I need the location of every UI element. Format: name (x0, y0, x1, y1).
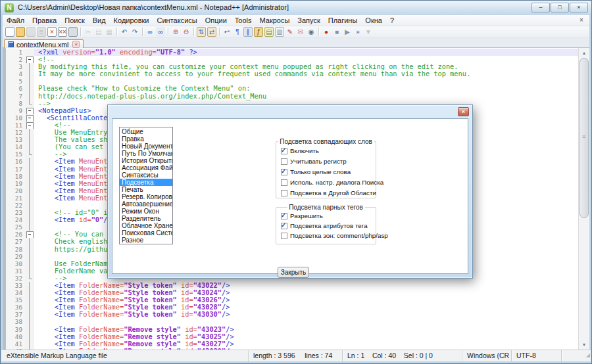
menu-item-7[interactable]: Опции (201, 15, 231, 26)
toolbar-function-list-icon[interactable]: ƒ (254, 27, 263, 37)
menu-item-3[interactable]: Поиск (61, 15, 88, 26)
checkbox-row[interactable]: Включить (281, 147, 376, 154)
checkbox[interactable] (281, 223, 287, 229)
toolbar-close-file-icon[interactable]: × (47, 27, 57, 37)
toolbar-print-icon[interactable] (68, 27, 78, 37)
checkbox[interactable] (281, 233, 287, 239)
prefs-category-item-10[interactable]: Резерв. Копирование (120, 193, 172, 200)
dialog-close-button[interactable]: × (458, 107, 469, 116)
document-close-icon[interactable]: × (576, 16, 587, 25)
scrollbar-thumb[interactable] (580, 58, 589, 218)
toolbar-play-macro-icon[interactable]: ▶ (343, 27, 352, 37)
code-text[interactable]: <Item FolderName="Style token" id="43030… (34, 311, 578, 318)
prefs-category-item-6[interactable]: Ассоциация Файлов (120, 164, 172, 171)
checkbox-row[interactable]: Учитывать регистр (281, 158, 376, 165)
toolbar-edit-pencil-icon[interactable]: ✎ (285, 27, 295, 37)
toolbar-save-all-icon[interactable]: ≡ (37, 27, 46, 37)
fold-collapse-icon[interactable] (25, 231, 34, 238)
toolbar-word-wrap-icon[interactable]: ↩ (222, 27, 232, 37)
prefs-category-item-13[interactable]: Разделитель (120, 215, 172, 222)
toolbar-cut-icon[interactable]: ✂ (84, 27, 93, 37)
checkbox-row[interactable]: Подсветка в Другой Области (281, 189, 376, 196)
resize-grip-icon[interactable]: ◢ (586, 350, 590, 361)
minimize-button[interactable]: – (531, 3, 550, 12)
menu-item-1[interactable]: Файл (3, 15, 28, 26)
menu-item-2[interactable]: Правка (28, 15, 61, 26)
checkbox[interactable] (281, 179, 287, 186)
toolbar-indent-guide-icon[interactable]: ∥ (243, 27, 253, 37)
close-button[interactable]: × (570, 3, 588, 12)
status-encoding[interactable]: UTF-8 (511, 350, 561, 361)
prefs-category-item-9[interactable]: Печать (120, 186, 172, 193)
menu-item-11[interactable]: Плагины (324, 15, 362, 26)
checkbox-row[interactable]: Подсветка атрибутов тега (281, 222, 376, 229)
checkbox-row[interactable]: Только целые слова (281, 168, 376, 175)
prefs-category-item-1[interactable]: Общие (120, 128, 172, 135)
menu-item-13[interactable]: ? (386, 15, 398, 26)
toolbar-doc-switcher-icon[interactable]: ▥ (275, 27, 284, 37)
toolbar-paste-icon[interactable]: ▦ (105, 27, 114, 37)
toolbar-save-macro-icon[interactable]: ▼ (364, 27, 373, 37)
fold-collapse-icon[interactable] (25, 114, 34, 122)
fold-collapse-icon[interactable] (25, 122, 34, 129)
fold-collapse-icon[interactable] (25, 107, 34, 114)
menu-item-12[interactable]: Окна (361, 15, 386, 26)
toolbar-copy-icon[interactable]: ▤ (94, 27, 103, 37)
prefs-category-item-8[interactable]: Подсветка (120, 179, 172, 186)
menu-item-9[interactable]: Макросы (255, 15, 293, 26)
toolbar-show-all-chars-icon[interactable]: ¶ (233, 27, 242, 37)
prefs-category-item-5[interactable]: История Открытия (120, 157, 172, 164)
dialog-title-bar[interactable]: × (108, 105, 472, 118)
vertical-scrollbar[interactable]: ▲ ▼ (578, 48, 589, 350)
toolbar-sync-h-scroll-icon[interactable]: ⇄ (207, 27, 216, 37)
maximize-button[interactable]: □ (551, 3, 569, 12)
prefs-category-item-3[interactable]: Новый Документ (120, 143, 172, 150)
editor-line-4[interactable]: 4It may be more convinient to access to … (3, 70, 578, 78)
code-text[interactable]: http://docs.notepad-plus-plus.org/index.… (34, 93, 578, 100)
tab-contextmenu-xml[interactable]: contextMenu.xml × (4, 39, 84, 49)
tab-close-icon[interactable]: × (72, 41, 80, 48)
checkbox-row[interactable]: Подсветка зон: comment/php/asp (281, 232, 376, 239)
toolbar-mail-icon[interactable]: ✉ (296, 27, 305, 37)
prefs-category-item-2[interactable]: Правка (120, 135, 172, 143)
checkbox[interactable] (281, 213, 287, 219)
toolbar-new-file-icon[interactable] (5, 27, 14, 37)
toolbar-stop-macro-icon[interactable]: ■ (332, 27, 341, 37)
code-text[interactable]: It may be more convinient to access to y… (34, 70, 578, 78)
toolbar-find-icon[interactable]: ∞ (145, 27, 155, 37)
toolbar-zoom-in-icon[interactable]: ⊕ (171, 27, 180, 37)
toolbar-sync-v-scroll-icon[interactable]: ⇅ (197, 27, 206, 37)
prefs-category-list[interactable]: ОбщиеПравкаНовый ДокументПуть По Умолчан… (119, 127, 173, 244)
close-dialog-button[interactable]: Закрыть (278, 267, 309, 278)
code-text[interactable]: <?xml version="1.0" encoding="UTF-8" ?> (34, 49, 578, 56)
toolbar-open-folder-icon[interactable] (16, 27, 25, 37)
fold-collapse-icon[interactable] (25, 56, 34, 63)
bookmark-margin[interactable] (3, 48, 6, 350)
checkbox-row[interactable]: Разрешить (281, 212, 376, 219)
prefs-category-item-15[interactable]: Поисковая Система (120, 229, 172, 237)
editor-line-37[interactable]: 37 <Item FolderName="Style token" id="43… (3, 311, 578, 318)
scroll-up-icon[interactable]: ▲ (579, 48, 589, 58)
prefs-category-item-4[interactable]: Путь По Умолчанию (120, 150, 172, 157)
prefs-category-item-14[interactable]: Облачное Хранение (120, 222, 172, 229)
title-bar[interactable]: N C:\Users\Admin\Desktop\Новая папка\con… (1, 1, 591, 15)
toolbar-monitoring-eye-icon[interactable]: ◉ (307, 27, 316, 37)
menu-item-4[interactable]: Вид (89, 15, 110, 26)
menu-item-8[interactable]: Tools (231, 15, 256, 26)
menu-item-6[interactable]: Синтаксисы (153, 15, 201, 26)
toolbar-save-icon[interactable] (26, 27, 36, 37)
scroll-down-icon[interactable]: ▼ (579, 340, 589, 350)
prefs-category-item-12[interactable]: Режим Окон (120, 208, 172, 215)
checkbox-row[interactable]: Исполь. настр. диалога Поиска (281, 179, 376, 186)
status-eol-format[interactable]: Windows (CR LF) (462, 350, 511, 361)
status-insert-mode[interactable]: INS ◢ (561, 350, 591, 361)
menu-item-10[interactable]: Запуск (293, 15, 324, 26)
menu-item-5[interactable]: Кодировки (110, 15, 153, 26)
toolbar-close-all-icon[interactable]: ×× (58, 27, 67, 37)
prefs-category-item-11[interactable]: Автозавершение (120, 200, 172, 208)
editor-line-7[interactable]: 7http://docs.notepad-plus-plus.org/index… (3, 93, 578, 100)
checkbox[interactable] (281, 158, 287, 165)
toolbar-undo-icon[interactable]: ↶ (120, 27, 129, 37)
checkbox[interactable] (281, 190, 287, 196)
editor-line-1[interactable]: 1<?xml version="1.0" encoding="UTF-8" ?> (3, 49, 578, 56)
